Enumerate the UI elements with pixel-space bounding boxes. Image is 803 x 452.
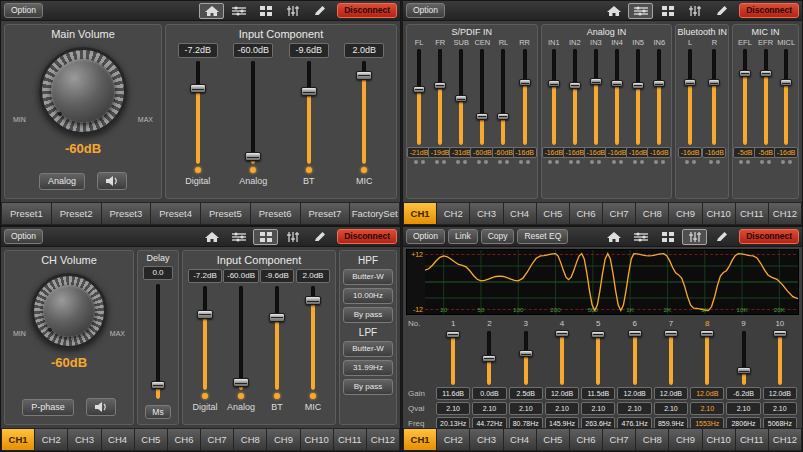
fader-handle[interactable] xyxy=(519,79,531,86)
fader-handle[interactable] xyxy=(245,152,261,161)
disconnect-button[interactable]: Disconnect xyxy=(337,229,397,244)
toolbar-button-option[interactable]: Option xyxy=(4,3,43,18)
level-fader-digital[interactable] xyxy=(190,61,206,164)
fader-handle[interactable] xyxy=(548,80,560,87)
volume-knob[interactable] xyxy=(39,47,127,135)
gain-badge-5[interactable]: 11.5dB xyxy=(581,387,615,400)
home-icon[interactable] xyxy=(199,3,224,19)
qval-badge-7[interactable]: 2.10 xyxy=(654,402,688,415)
channel-tab-ch3[interactable]: CH3 xyxy=(68,428,101,451)
lpf-type-button[interactable]: Butter-W xyxy=(343,341,393,357)
level-fader-in6[interactable] xyxy=(652,49,666,145)
channel-tab-ch4[interactable]: CH4 xyxy=(102,428,135,451)
levels-icon[interactable] xyxy=(628,229,653,245)
fader-handle[interactable] xyxy=(684,79,696,86)
fader-handle[interactable] xyxy=(611,80,623,87)
qval-badge-4[interactable]: 2.10 xyxy=(545,402,579,415)
fader-handle[interactable] xyxy=(664,330,678,337)
band-fader-8[interactable] xyxy=(699,331,715,385)
faders-icon[interactable] xyxy=(280,3,305,19)
preset-tab-preset5[interactable]: Preset5 xyxy=(201,202,251,225)
gain-badge-1[interactable]: 11.6dB xyxy=(436,387,470,400)
level-fader-in1[interactable] xyxy=(547,49,561,145)
fader-handle[interactable] xyxy=(151,381,165,389)
channel-tab-ch5[interactable]: CH5 xyxy=(537,202,570,225)
level-fader-micl[interactable] xyxy=(779,49,793,145)
hpf-bypass-button[interactable]: By pass xyxy=(343,307,393,323)
qval-badge-8[interactable]: 2.10 xyxy=(690,402,724,415)
home-icon[interactable] xyxy=(601,229,626,245)
fader-handle[interactable] xyxy=(476,113,488,120)
qval-badge-9[interactable]: 2.10 xyxy=(726,402,760,415)
level-fader-rl[interactable] xyxy=(496,49,510,145)
qval-badge-5[interactable]: 2.10 xyxy=(581,402,615,415)
channel-tab-ch1[interactable]: CH1 xyxy=(403,202,437,225)
fader-handle[interactable] xyxy=(190,84,206,93)
level-fader-mic[interactable] xyxy=(305,286,321,390)
home-icon[interactable] xyxy=(601,3,626,19)
fader-handle[interactable] xyxy=(413,86,425,93)
fader-handle[interactable] xyxy=(446,331,460,338)
band-fader-9[interactable] xyxy=(736,331,752,385)
channel-tab-ch8[interactable]: CH8 xyxy=(636,202,669,225)
level-fader-cen[interactable] xyxy=(475,49,489,145)
disconnect-button[interactable]: Disconnect xyxy=(739,229,799,244)
toolbar-button-reset-eq[interactable]: Reset EQ xyxy=(517,229,568,244)
channel-tab-ch4[interactable]: CH4 xyxy=(504,428,537,451)
channel-tab-ch8[interactable]: CH8 xyxy=(636,428,669,451)
preset-tab-preset3[interactable]: Preset3 xyxy=(102,202,152,225)
edit-icon[interactable] xyxy=(307,3,332,19)
channel-tab-ch9[interactable]: CH9 xyxy=(267,428,300,451)
channel-tab-ch2[interactable]: CH2 xyxy=(35,428,68,451)
level-fader-r[interactable] xyxy=(707,49,721,145)
level-fader-efl[interactable] xyxy=(738,49,752,145)
channel-tab-ch7[interactable]: CH7 xyxy=(603,428,636,451)
level-fader-analog[interactable] xyxy=(245,61,261,164)
gain-badge-8[interactable]: 12.0dB xyxy=(690,387,724,400)
gain-badge-4[interactable]: 12.0dB xyxy=(545,387,579,400)
grid-icon[interactable] xyxy=(655,3,680,19)
level-fader-in3[interactable] xyxy=(589,49,603,145)
edit-icon[interactable] xyxy=(709,229,734,245)
levels-icon[interactable] xyxy=(226,3,251,19)
channel-tab-ch5[interactable]: CH5 xyxy=(135,428,168,451)
fader-handle[interactable] xyxy=(197,310,213,319)
level-fader-rr[interactable] xyxy=(518,49,532,145)
grid-icon[interactable] xyxy=(253,3,278,19)
level-fader-digital[interactable] xyxy=(197,286,213,390)
level-fader-efr[interactable] xyxy=(759,49,773,145)
qval-badge-10[interactable]: 2.10 xyxy=(763,402,797,415)
channel-tab-ch9[interactable]: CH9 xyxy=(669,202,702,225)
preset-tab-factoryset[interactable]: FactorySet xyxy=(350,202,400,225)
fader-handle[interactable] xyxy=(737,367,751,374)
fader-handle[interactable] xyxy=(632,82,644,89)
fader-handle[interactable] xyxy=(591,331,605,338)
level-fader-fr[interactable] xyxy=(433,49,447,145)
speaker-button[interactable] xyxy=(86,398,116,416)
faders-icon[interactable] xyxy=(682,3,707,19)
channel-tab-ch7[interactable]: CH7 xyxy=(201,428,234,451)
band-fader-5[interactable] xyxy=(590,331,606,385)
fader-handle[interactable] xyxy=(555,330,569,337)
preset-tab-preset2[interactable]: Preset2 xyxy=(52,202,102,225)
channel-tab-ch3[interactable]: CH3 xyxy=(470,202,503,225)
channel-tab-ch12[interactable]: CH12 xyxy=(367,428,400,451)
channel-tab-ch1[interactable]: CH1 xyxy=(403,428,437,451)
level-fader-in5[interactable] xyxy=(631,49,645,145)
channel-tab-ch1[interactable]: CH1 xyxy=(1,428,35,451)
preset-tab-preset6[interactable]: Preset6 xyxy=(251,202,301,225)
channel-tab-ch6[interactable]: CH6 xyxy=(570,428,603,451)
fader-handle[interactable] xyxy=(519,350,533,357)
channel-tab-ch2[interactable]: CH2 xyxy=(437,202,470,225)
fader-handle[interactable] xyxy=(455,95,467,102)
fader-handle[interactable] xyxy=(653,80,665,87)
fader-handle[interactable] xyxy=(356,71,372,80)
fader-handle[interactable] xyxy=(305,296,321,305)
band-fader-2[interactable] xyxy=(481,331,497,385)
toolbar-button-link[interactable]: Link xyxy=(448,229,478,244)
channel-tab-ch6[interactable]: CH6 xyxy=(570,202,603,225)
fader-handle[interactable] xyxy=(269,313,285,322)
gain-badge-9[interactable]: -6.2dB xyxy=(726,387,760,400)
toolbar-button-copy[interactable]: Copy xyxy=(481,229,515,244)
level-fader-in2[interactable] xyxy=(568,49,582,145)
